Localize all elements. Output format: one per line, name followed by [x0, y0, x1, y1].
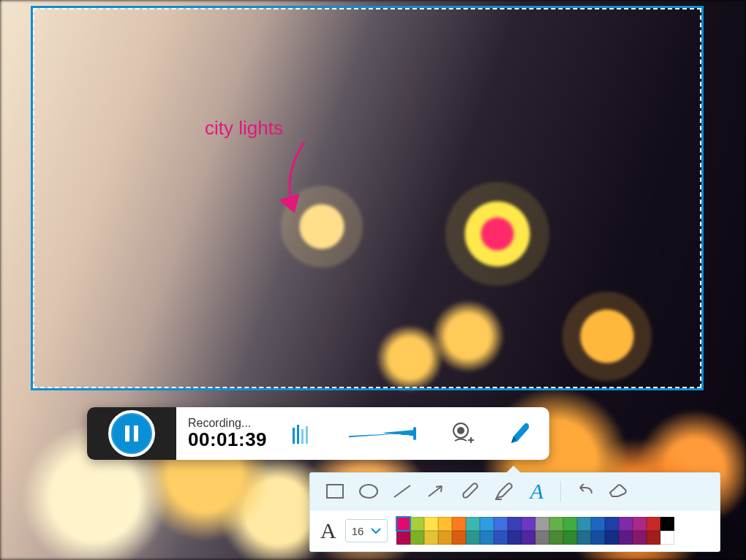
color-swatch[interactable]	[452, 531, 466, 545]
ellipse-tool[interactable]	[354, 477, 383, 506]
color-swatch[interactable]	[549, 531, 563, 545]
color-swatch[interactable]	[591, 531, 605, 545]
color-swatch[interactable]	[521, 531, 535, 545]
audio-level-button[interactable]	[286, 418, 317, 449]
color-swatch[interactable]	[660, 531, 674, 545]
eraser-button[interactable]	[603, 477, 633, 506]
color-swatch[interactable]	[577, 517, 591, 531]
svg-rect-3	[306, 426, 308, 444]
color-swatch[interactable]	[424, 531, 438, 545]
color-swatch[interactable]	[466, 517, 480, 531]
annotation-tools-row: A	[310, 473, 720, 510]
volume-slider[interactable]	[342, 418, 422, 449]
color-swatch[interactable]	[591, 517, 605, 531]
rectangle-icon	[325, 483, 344, 499]
color-swatch[interactable]	[438, 531, 452, 545]
webcam-button[interactable]	[447, 418, 478, 449]
svg-rect-8	[327, 485, 343, 498]
color-swatch[interactable]	[452, 517, 466, 531]
color-swatch[interactable]	[396, 531, 410, 545]
pause-icon	[125, 425, 138, 442]
audio-level-icon	[291, 422, 312, 445]
svg-rect-2	[301, 429, 304, 444]
color-swatch[interactable]	[633, 531, 647, 545]
arrow-annotation-icon	[253, 139, 326, 219]
color-swatch[interactable]	[396, 517, 410, 531]
svg-rect-1	[297, 425, 299, 444]
font-size-select[interactable]: 16	[345, 519, 388, 542]
recorder-toolbar: Recording... 00:01:39	[87, 407, 549, 460]
recording-elapsed-time: 00:01:39	[188, 428, 267, 451]
chevron-down-icon	[371, 527, 381, 534]
color-swatch[interactable]	[619, 517, 633, 531]
color-swatch[interactable]	[424, 517, 438, 531]
color-swatch[interactable]	[410, 531, 424, 545]
annotation-toolbar: A A 16	[309, 472, 720, 552]
color-swatch[interactable]	[521, 517, 535, 531]
recorder-control-panel	[87, 407, 176, 460]
volume-track-icon	[349, 430, 415, 437]
pause-button[interactable]	[108, 410, 155, 457]
brush-icon	[460, 482, 479, 501]
color-swatch[interactable]	[549, 517, 563, 531]
color-swatch[interactable]	[647, 531, 660, 545]
arrow-icon	[426, 483, 446, 499]
text-icon: A	[530, 479, 543, 504]
webcam-icon	[450, 421, 475, 446]
color-palette	[396, 517, 674, 545]
color-swatch[interactable]	[660, 517, 674, 531]
font-size-value: 16	[352, 525, 364, 537]
eraser-icon	[608, 483, 628, 499]
annotation-text[interactable]: city lights	[205, 117, 283, 139]
undo-button[interactable]	[570, 477, 599, 506]
color-swatch[interactable]	[508, 517, 521, 531]
separator	[560, 481, 561, 502]
svg-line-10	[394, 485, 410, 497]
color-swatch[interactable]	[494, 517, 508, 531]
color-swatch[interactable]	[480, 517, 494, 531]
ellipse-icon	[358, 483, 379, 499]
font-sample: A	[320, 518, 336, 543]
color-swatch[interactable]	[535, 531, 549, 545]
brush-tool[interactable]	[455, 477, 484, 506]
color-swatch[interactable]	[563, 517, 577, 531]
color-swatch[interactable]	[438, 517, 452, 531]
svg-rect-0	[293, 428, 295, 444]
rectangle-tool[interactable]	[320, 477, 350, 506]
line-tool[interactable]	[388, 477, 417, 506]
color-swatch[interactable]	[619, 531, 633, 545]
svg-point-9	[360, 485, 377, 498]
recorder-tools	[286, 418, 549, 449]
color-swatch[interactable]	[633, 517, 647, 531]
color-swatch[interactable]	[410, 517, 424, 531]
text-tool[interactable]: A	[522, 477, 551, 506]
color-swatch[interactable]	[466, 531, 480, 545]
color-swatch[interactable]	[563, 531, 577, 545]
text-annotation[interactable]: city lights	[205, 117, 283, 140]
draw-tools-button[interactable]	[502, 418, 533, 449]
color-swatch[interactable]	[535, 517, 549, 531]
svg-line-11	[429, 486, 442, 496]
color-swatch[interactable]	[480, 531, 494, 545]
svg-point-5	[458, 428, 464, 434]
recording-selection-frame[interactable]	[31, 6, 704, 390]
color-swatch[interactable]	[605, 517, 619, 531]
recorder-status-block: Recording... 00:01:39	[188, 417, 267, 451]
color-swatch[interactable]	[508, 531, 521, 545]
highlighter-tool[interactable]	[489, 477, 518, 506]
color-swatch[interactable]	[647, 517, 660, 531]
annotation-style-row: A 16	[310, 510, 720, 551]
line-icon	[392, 483, 412, 499]
color-swatch[interactable]	[494, 531, 508, 545]
color-swatch[interactable]	[577, 531, 591, 545]
color-swatch[interactable]	[605, 531, 619, 545]
highlighter-icon	[493, 482, 513, 501]
arrow-tool[interactable]	[421, 477, 451, 506]
undo-icon	[574, 483, 595, 499]
pencil-icon	[507, 421, 529, 446]
